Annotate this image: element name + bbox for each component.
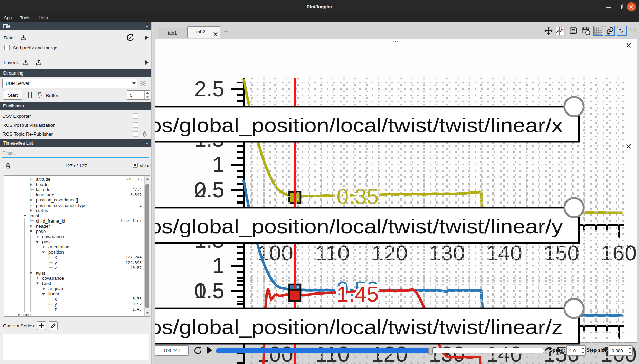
tree-row[interactable]: └─z40.87 [4, 265, 144, 270]
grid-layout-icon[interactable] [593, 26, 603, 36]
tree-row[interactable]: position_covariance[] [4, 197, 144, 203]
streaming-section-header[interactable]: Streaming - [0, 69, 151, 77]
scrollbar-thumb[interactable] [145, 184, 149, 308]
edit-custom-series-button[interactable] [49, 321, 58, 330]
collapse-indicator[interactable]: - [146, 139, 148, 147]
load-layout-icon[interactable] [22, 59, 29, 68]
tree-row[interactable]: covariance [4, 234, 144, 239]
close-button[interactable] [627, 2, 636, 11]
time-origin-icon[interactable]: to [617, 26, 627, 36]
legend-toggle-icon[interactable] [568, 26, 579, 36]
tree-scrollbar[interactable] [144, 176, 150, 316]
collapse-indicator[interactable]: - [146, 102, 148, 110]
spin-arrows[interactable] [627, 346, 632, 355]
values-checkbox[interactable] [133, 163, 138, 168]
reload-data-icon[interactable] [125, 33, 134, 43]
republisher-checkbox[interactable] [133, 131, 138, 137]
tree-row[interactable]: pose [4, 239, 144, 244]
current-time-field[interactable]: 103.447 [155, 345, 189, 356]
streaming-source-select[interactable]: UDP Server [2, 79, 137, 88]
link-axes-icon[interactable] [605, 26, 615, 36]
publishers-section-header[interactable]: Publishers - [0, 102, 151, 110]
speed-spinbox[interactable]: 1.0 [566, 345, 586, 356]
menu-tools[interactable]: Tools [17, 13, 34, 22]
tab-tab2[interactable]: tab2 [187, 26, 220, 38]
step-size-spinbox[interactable]: 0.000 [609, 345, 633, 356]
tree-row[interactable]: ├─x0.35 [4, 296, 144, 302]
layout-expand-arrow-icon[interactable] [145, 60, 149, 65]
menu-app[interactable]: App [0, 13, 15, 22]
timeseries-section-header[interactable]: Timeseries List - [0, 139, 151, 147]
republisher-gear-icon[interactable] [141, 130, 148, 139]
add-prefix-checkbox[interactable] [4, 45, 10, 50]
buffer-spinbox[interactable]: 5 [127, 90, 150, 100]
tree-label: altitude [35, 177, 50, 182]
spin-arrows[interactable] [580, 346, 585, 355]
collapse-indicator[interactable]: - [146, 22, 148, 30]
start-button[interactable]: Start [3, 90, 22, 100]
file-section-header[interactable]: File - [0, 22, 151, 30]
scroll-down-icon[interactable] [146, 312, 149, 314]
cursor-tracker-icon[interactable]: 1 [555, 26, 565, 36]
spin-down-icon[interactable] [582, 352, 584, 354]
rosout-checkbox[interactable] [133, 122, 138, 128]
scroll-up-icon[interactable] [146, 178, 149, 180]
plot-close-icon[interactable] [626, 42, 632, 48]
tree-row[interactable]: twist [4, 270, 144, 276]
tree-row[interactable]: covariance [4, 276, 144, 281]
time-slider[interactable] [216, 348, 544, 353]
tree-row[interactable]: angular [4, 286, 144, 291]
streaming-gear-icon[interactable] [140, 80, 146, 88]
tree-row[interactable]: ├─latitude47.4 [4, 187, 144, 192]
tree-row[interactable]: ├─y0.52 [4, 302, 144, 307]
pan-view-icon[interactable] [543, 26, 554, 36]
tree-row[interactable]: status [4, 208, 144, 213]
tree-row[interactable]: ├─position_covariance_type2 [4, 203, 144, 208]
tree-row[interactable]: linear [4, 291, 144, 296]
tree-row[interactable]: pose [4, 229, 144, 234]
tree-row[interactable]: ├─y229.395 [4, 260, 144, 265]
data-expand-arrow-icon[interactable] [145, 36, 149, 40]
tree-row[interactable]: └─z1.45 [4, 307, 144, 312]
tree-row[interactable]: header [4, 182, 144, 187]
tree-row[interactable]: position [4, 249, 144, 255]
tree-row[interactable]: ├─x127.244 [4, 255, 144, 260]
bell-icon[interactable] [36, 91, 43, 100]
loop-icon[interactable] [193, 346, 202, 356]
tree-row[interactable]: ├─longitude8.547 [4, 192, 144, 197]
plot-close-icon[interactable] [626, 244, 632, 250]
tree-row[interactable]: orientation [4, 244, 144, 249]
custom-series-list[interactable] [3, 334, 149, 360]
minimize-button[interactable] [604, 2, 613, 11]
play-icon[interactable] [207, 346, 212, 354]
spin-up-icon[interactable] [146, 92, 149, 94]
tree-row[interactable]: ├─altitude576.175 [4, 177, 144, 182]
save-layout-icon[interactable] [35, 59, 42, 68]
add-custom-series-button[interactable] [37, 321, 46, 330]
tree-row[interactable]: ├─child_frame_idbase_link [4, 218, 144, 224]
tab-tab1[interactable]: tab1 [158, 28, 187, 38]
plot-close-icon[interactable] [626, 143, 632, 149]
menu-help[interactable]: Help [35, 13, 51, 22]
tree-row[interactable]: local [4, 213, 144, 218]
plot-splitter-handle[interactable]: ··· [155, 141, 637, 145]
tree-row[interactable]: twist [4, 281, 144, 286]
plot-splitter-handle[interactable]: ··· [155, 242, 637, 245]
plot-splitter-handle[interactable]: ··· [155, 40, 637, 43]
spin-down-icon[interactable] [146, 96, 149, 98]
load-data-icon[interactable] [20, 34, 27, 43]
pause-icon[interactable] [27, 92, 33, 99]
spin-arrows[interactable] [144, 91, 150, 99]
filter-input[interactable] [2, 149, 149, 157]
collapse-indicator[interactable]: - [146, 69, 148, 77]
spin-up-icon[interactable] [582, 347, 584, 349]
tree-row[interactable]: header [4, 224, 144, 229]
csv-exporter-checkbox[interactable] [133, 114, 138, 119]
time-format-icon[interactable] [581, 26, 591, 36]
tree-row[interactable]: imu [4, 312, 144, 317]
spin-up-icon[interactable] [629, 347, 631, 349]
new-tab-button[interactable]: + [224, 27, 228, 37]
slider-handle[interactable] [428, 347, 433, 355]
spin-down-icon[interactable] [629, 352, 631, 354]
maximize-button[interactable] [615, 2, 624, 11]
